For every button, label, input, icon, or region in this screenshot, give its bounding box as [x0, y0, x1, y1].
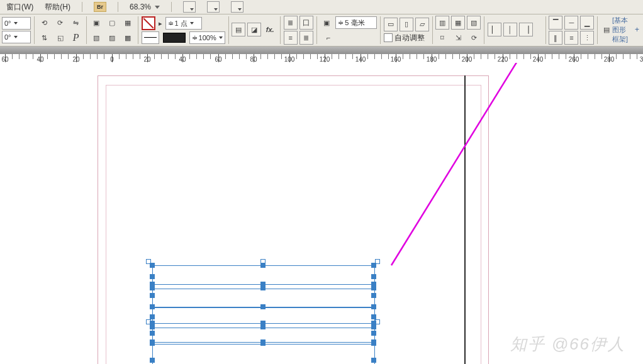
ruler-number: 220 [498, 56, 508, 63]
stroke-weight[interactable]: ≑ 1 点 [165, 17, 202, 30]
menu-window[interactable]: 窗口(W) [6, 2, 33, 13]
wrap-object-icon[interactable]: ▣ [320, 16, 333, 30]
selection-handle[interactable] [371, 358, 376, 363]
transform-group: ⟲ ⟳ ⇋ ⇅ ◱ P [36, 14, 85, 46]
fit-chain-icon[interactable]: ⇲ [451, 31, 465, 45]
center-content-icon[interactable]: ▦ [451, 16, 465, 30]
menu-help[interactable]: 帮助(H) [45, 2, 70, 13]
fit-reset-icon[interactable]: ⟳ [467, 31, 481, 45]
zoom-value: 68.3% [130, 3, 151, 11]
selection-handle[interactable] [150, 321, 155, 326]
stroke-style-swatch[interactable] [142, 31, 159, 44]
selection-handle[interactable] [260, 263, 266, 268]
wrap-offset[interactable]: ≑ 5 毫米 [335, 16, 377, 29]
align-v-group: ▔ ─ ▁ ‖ ≡ ⋮ [547, 14, 596, 46]
selection-handle[interactable] [371, 274, 376, 279]
pf-unite-icon[interactable]: ▣ [89, 16, 103, 30]
shear-angle[interactable]: 0° [2, 31, 31, 43]
bridge-icon[interactable]: Br [94, 2, 106, 12]
fx-icon[interactable]: fx. [263, 23, 277, 36]
panel-menu-icon[interactable]: ▤ [603, 23, 610, 36]
wrap-both-icon[interactable]: 囗 [299, 16, 313, 30]
rotate-ccw-icon[interactable]: ⟲ [38, 16, 52, 30]
distribute-space-icon[interactable]: ⋮ [580, 31, 594, 45]
align-hcenter-icon[interactable]: │ [503, 23, 517, 36]
rotation-angle[interactable]: 0° [2, 17, 31, 30]
align-top-icon[interactable]: ▔ [549, 16, 562, 30]
panel-name[interactable]: [基本图形框架] [612, 16, 632, 44]
ruler-number: 40 [36, 56, 43, 63]
opacity-icon[interactable]: ▤ [232, 23, 245, 36]
selection-handle[interactable] [150, 263, 155, 268]
pf-subtract-icon[interactable]: ▢ [105, 16, 119, 30]
wrap-left-icon[interactable]: ≡ [284, 31, 298, 45]
stroke-tint[interactable]: ≑ 100% [189, 31, 225, 44]
vertical-guide [464, 75, 466, 364]
selection-handle[interactable] [260, 304, 266, 309]
align-bottom-icon[interactable]: ▁ [580, 16, 594, 30]
fit-frame2-icon[interactable]: ▧ [467, 16, 481, 30]
fit-frame-icon[interactable]: ▯ [400, 18, 413, 31]
selection-handle[interactable] [260, 339, 266, 345]
stroke-color-swatch[interactable] [163, 33, 186, 43]
selection-handle[interactable] [371, 293, 376, 298]
ruler-number: 120 [320, 56, 330, 63]
selection-handle[interactable] [371, 304, 376, 309]
ruler-number: 60 [1, 56, 8, 63]
wrap-right-icon[interactable]: ≣ [299, 31, 313, 45]
selection-handle[interactable] [150, 274, 155, 279]
workspace[interactable] [0, 63, 643, 364]
menu-separator-2 [118, 2, 118, 12]
ruler-number: 280 [604, 56, 615, 63]
screen-mode-button[interactable] [207, 1, 220, 13]
selection-handle[interactable] [371, 331, 376, 336]
selection-handle[interactable] [150, 314, 155, 319]
pf-minus-back-icon[interactable]: ▨ [105, 31, 119, 45]
selection-handle[interactable] [260, 321, 266, 326]
swatch-flip-icon[interactable]: ▸ [157, 16, 164, 30]
selection-handle[interactable] [371, 314, 376, 319]
view-options-button[interactable] [183, 1, 196, 13]
document-tab-band [0, 47, 643, 54]
zoom-control[interactable]: 68.3% [130, 3, 160, 11]
rotation-group: 0° 0° [0, 14, 33, 46]
align-left-icon[interactable]: ▏ [488, 23, 501, 36]
menubar: 窗口(W) 帮助(H) Br 68.3% [0, 0, 643, 14]
fit-proportional-icon[interactable]: ▱ [415, 18, 429, 31]
selection-handle[interactable] [150, 339, 155, 345]
drop-shadow-icon[interactable]: ◪ [247, 23, 261, 36]
pf-options-icon[interactable]: ▩ [121, 31, 135, 45]
rotate-cw-icon[interactable]: ⟳ [53, 16, 67, 30]
selection-handle[interactable] [371, 339, 376, 345]
pf-intersect-icon[interactable]: ▦ [121, 16, 135, 30]
arrange-button[interactable] [231, 1, 243, 13]
autofit-checkbox[interactable] [384, 33, 393, 42]
distribute-h-icon[interactable]: ‖ [549, 31, 562, 45]
fit-options-icon[interactable]: ⌑ [435, 31, 449, 45]
distribute-v-icon[interactable]: ≡ [564, 31, 578, 45]
selection-handle[interactable] [150, 304, 155, 309]
stroke-fill-swatch[interactable] [142, 16, 155, 30]
text-on-path-icon[interactable]: P [69, 31, 83, 45]
ruler-number: 60 [215, 56, 221, 63]
selection-handle[interactable] [371, 263, 376, 268]
flip-h-icon[interactable]: ⇋ [69, 16, 83, 30]
corner-icon[interactable]: ⌐ [320, 31, 337, 45]
align-vcenter-icon[interactable]: ─ [564, 16, 578, 30]
align-right-icon[interactable]: ▕ [519, 23, 533, 36]
pf-exclude-icon[interactable]: ▧ [89, 31, 103, 45]
selection-handle[interactable] [150, 331, 155, 336]
selection-handle[interactable] [150, 282, 155, 287]
wrap-none-icon[interactable]: ≣ [284, 16, 298, 30]
selection-handle[interactable] [260, 282, 266, 287]
select-container-icon[interactable]: ◱ [53, 31, 67, 45]
zoom-dropdown-icon [155, 6, 160, 9]
align-h-dropdown-icon[interactable] [535, 23, 542, 36]
selection-handle[interactable] [371, 282, 376, 287]
selection-handle[interactable] [371, 321, 376, 326]
selection-handle[interactable] [150, 358, 155, 363]
fit-content-icon[interactable]: ▭ [384, 18, 398, 31]
fit-fill-icon[interactable]: ▥ [435, 16, 449, 30]
selection-handle[interactable] [150, 293, 155, 298]
flip-v-icon[interactable]: ⇅ [38, 31, 52, 45]
